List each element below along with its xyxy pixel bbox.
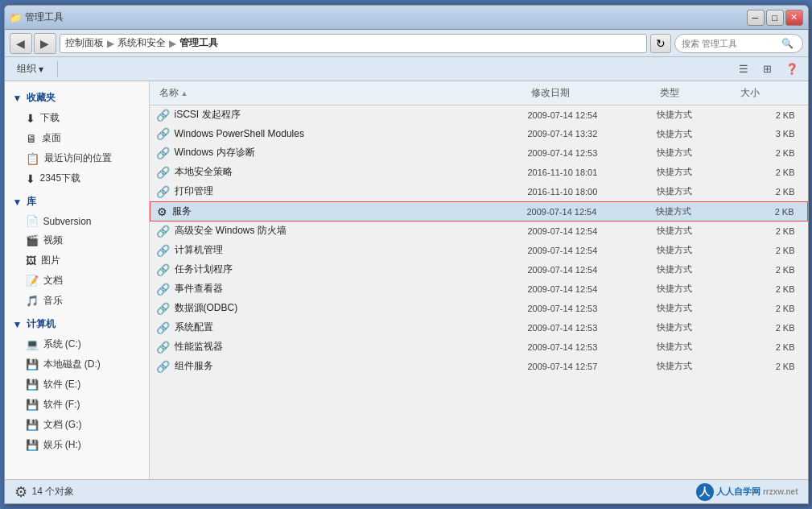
c-drive-icon: 💻	[26, 338, 39, 350]
table-row[interactable]: 🔗 iSCSI 发起程序 2009-07-14 12:54 快捷方式 2 KB	[150, 106, 808, 125]
file-type-cell: 快捷方式	[657, 360, 737, 372]
file-type-cell: 快捷方式	[657, 147, 737, 159]
sidebar-item-e[interactable]: 💾 软件 (E:)	[5, 375, 149, 395]
title-bar: 📁 管理工具 ─ □ ✕	[5, 6, 808, 30]
table-row[interactable]: 🔗 高级安全 Windows 防火墙 2009-07-14 12:54 快捷方式…	[150, 221, 808, 241]
col-header-date[interactable]: 修改日期	[528, 85, 657, 101]
sidebar-item-g[interactable]: 💾 文档 (G:)	[5, 415, 149, 435]
subversion-icon: 📄	[26, 215, 39, 227]
table-row[interactable]: 🔗 系统配置 2009-07-14 12:53 快捷方式 2 KB	[150, 318, 808, 337]
table-row[interactable]: 🔗 组件服务 2009-07-14 12:57 快捷方式 2 KB	[150, 357, 808, 376]
file-date-cell: 2016-11-10 18:01	[528, 168, 657, 177]
sidebar-item-recent[interactable]: 📋 最近访问的位置	[5, 148, 149, 168]
sidebar-item-picture[interactable]: 🖼 图片	[5, 250, 149, 271]
file-list-body: 🔗 iSCSI 发起程序 2009-07-14 12:54 快捷方式 2 KB …	[150, 106, 808, 479]
table-row[interactable]: 🔗 数据源(ODBC) 2009-07-14 12:53 快捷方式 2 KB	[150, 299, 808, 318]
file-size-cell: 2 KB	[737, 110, 802, 120]
sidebar-favorites-header[interactable]: ▼ 收藏夹	[5, 88, 149, 108]
watermark-text: 人人自学网	[716, 486, 760, 498]
table-row[interactable]: 🔗 Windows 内存诊断 2009-07-14 12:53 快捷方式 2 K…	[150, 143, 808, 163]
search-box: 🔍	[674, 34, 803, 53]
file-name-cell: 🔗 iSCSI 发起程序	[156, 108, 528, 122]
view-details-button[interactable]: ☰	[734, 60, 753, 78]
col-header-name[interactable]: 名称 ▲	[156, 85, 528, 101]
file-name-cell: 🔗 Windows 内存诊断	[156, 146, 528, 159]
table-row[interactable]: 🔗 性能监视器 2009-07-14 12:53 快捷方式 2 KB	[150, 337, 808, 357]
table-row[interactable]: 🔗 本地安全策略 2016-11-10 18:01 快捷方式 2 KB	[150, 163, 808, 182]
sidebar-item-subversion-label: Subversion	[43, 216, 92, 227]
window-title: 管理工具	[25, 10, 64, 24]
file-icon: 🔗	[156, 283, 170, 296]
file-size-cell: 3 KB	[737, 129, 802, 139]
table-row[interactable]: ⚙ 服务 2009-07-14 12:54 快捷方式 2 KB	[150, 201, 808, 221]
table-row[interactable]: 🔗 打印管理 2016-11-10 18:00 快捷方式 2 KB	[150, 182, 808, 201]
sidebar-item-h[interactable]: 💾 娱乐 (H:)	[5, 435, 149, 455]
download-icon: ⬇	[26, 112, 35, 125]
table-row[interactable]: 🔗 事件查看器 2009-07-14 12:54 快捷方式 2 KB	[150, 279, 808, 299]
sidebar-item-d[interactable]: 💾 本地磁盘 (D:)	[5, 354, 149, 375]
sidebar-item-g-label: 文档 (G:)	[43, 418, 82, 432]
main-content: ▼ 收藏夹 ⬇ 下载 🖥 桌面 📋 最近访问的位置 ⬇ 2345下载	[5, 81, 808, 479]
close-button[interactable]: ✕	[785, 10, 803, 26]
table-row[interactable]: 🔗 计算机管理 2009-07-14 12:54 快捷方式 2 KB	[150, 241, 808, 260]
col-header-type[interactable]: 类型	[657, 85, 737, 101]
forward-button[interactable]: ▶	[34, 33, 56, 54]
sidebar-item-2345[interactable]: ⬇ 2345下载	[5, 168, 149, 188]
file-list: 名称 ▲ 修改日期 类型 大小 🔗 iSCSI 发起程序 2009-07-14	[150, 81, 808, 479]
sidebar-item-subversion[interactable]: 📄 Subversion	[5, 212, 149, 230]
col-header-size[interactable]: 大小	[737, 85, 802, 101]
file-icon: 🔗	[156, 360, 170, 373]
chevron-down-icon: ▼	[13, 93, 23, 104]
2345-icon: ⬇	[26, 172, 35, 185]
sidebar-computer-header[interactable]: ▼ 计算机	[5, 314, 149, 334]
sidebar-item-recent-label: 最近访问的位置	[44, 151, 112, 165]
organize-label: 组织	[17, 62, 36, 76]
path-item-3[interactable]: 管理工具	[179, 36, 218, 50]
path-separator-1: ▶	[107, 38, 114, 49]
file-size-cell: 2 KB	[737, 265, 802, 275]
help-button[interactable]: ❓	[782, 60, 802, 78]
file-icon: 🔗	[156, 321, 170, 334]
maximize-button[interactable]: □	[766, 10, 784, 26]
file-name-text: iSCSI 发起程序	[175, 108, 241, 122]
file-name-text: Windows PowerShell Modules	[175, 128, 304, 139]
file-icon: 🔗	[156, 341, 170, 354]
file-date-cell: 2009-07-14 12:53	[528, 304, 657, 313]
file-name-text: 事件查看器	[175, 282, 223, 296]
file-name-text: 性能监视器	[175, 340, 223, 354]
table-row[interactable]: 🔗 Windows PowerShell Modules 2009-07-14 …	[150, 125, 808, 143]
file-icon: 🔗	[156, 263, 170, 276]
search-input[interactable]	[682, 39, 778, 48]
back-button[interactable]: ◀	[10, 33, 32, 54]
path-item-2[interactable]: 系统和安全	[117, 36, 166, 50]
file-name-text: 本地安全策略	[175, 165, 233, 179]
sidebar-item-desktop[interactable]: 🖥 桌面	[5, 128, 149, 148]
sidebar-item-download[interactable]: ⬇ 下载	[5, 108, 149, 128]
view-grid-button[interactable]: ⊞	[758, 60, 777, 78]
minimize-button[interactable]: ─	[747, 10, 765, 26]
sidebar-library-header[interactable]: ▼ 库	[5, 192, 149, 212]
file-type-cell: 快捷方式	[657, 321, 737, 333]
path-item-1[interactable]: 控制面板	[65, 36, 104, 50]
table-row[interactable]: 🔗 任务计划程序 2009-07-14 12:54 快捷方式 2 KB	[150, 260, 808, 279]
organize-button[interactable]: 组织 ▾	[11, 59, 49, 79]
address-path[interactable]: 控制面板 ▶ 系统和安全 ▶ 管理工具	[60, 34, 647, 53]
file-date-cell: 2009-07-14 12:53	[528, 148, 657, 158]
sidebar-item-f[interactable]: 💾 软件 (F:)	[5, 395, 149, 415]
sidebar-item-music[interactable]: 🎵 音乐	[5, 291, 149, 311]
sidebar-item-video[interactable]: 🎬 视频	[5, 230, 149, 250]
file-list-header: 名称 ▲ 修改日期 类型 大小	[150, 81, 808, 106]
file-size-cell: 2 KB	[736, 207, 801, 217]
watermark-url: rrzxw.net	[763, 487, 798, 496]
file-size-cell: 2 KB	[737, 226, 802, 236]
file-type-cell: 快捷方式	[657, 302, 737, 314]
sidebar-item-docs[interactable]: 📝 文档	[5, 271, 149, 291]
search-icon[interactable]: 🔍	[781, 38, 793, 49]
sidebar-item-desktop-label: 桌面	[42, 131, 61, 145]
file-date-cell: 2009-07-14 12:54	[528, 226, 657, 236]
file-icon: 🔗	[156, 302, 170, 315]
file-type-cell: 快捷方式	[657, 244, 737, 256]
sidebar-item-c[interactable]: 💻 系统 (C:)	[5, 334, 149, 354]
refresh-button[interactable]: ↻	[650, 34, 671, 53]
sort-arrow: ▲	[181, 89, 188, 97]
